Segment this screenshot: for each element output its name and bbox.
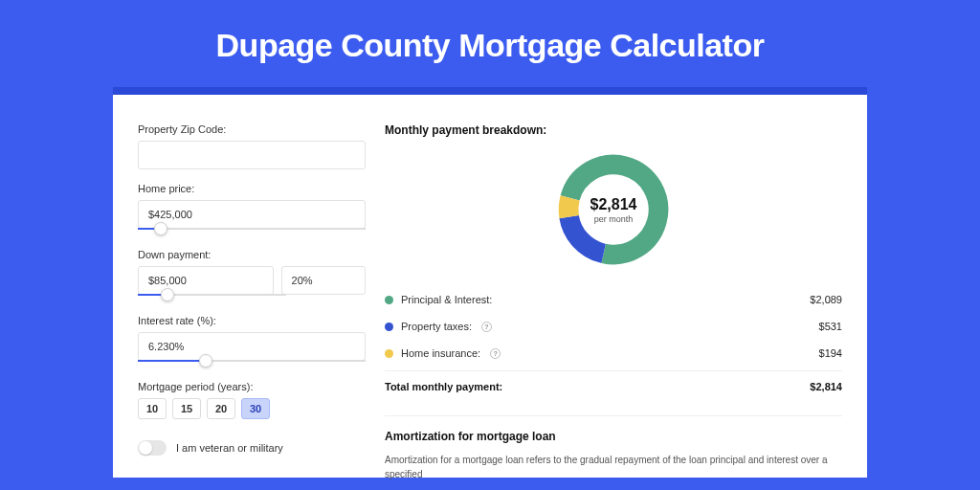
toggle-knob xyxy=(139,441,152,455)
breakdown-title: Monthly payment breakdown: xyxy=(385,123,842,137)
amortization-text: Amortization for a mortgage loan refers … xyxy=(385,453,842,481)
rate-label: Interest rate (%): xyxy=(138,315,366,326)
donut-chart: $2,814 per month xyxy=(554,150,673,269)
price-field-group: Home price: xyxy=(138,183,366,230)
down-slider[interactable] xyxy=(138,294,286,296)
calculator-frame: Property Zip Code: Home price: Down paym… xyxy=(113,87,867,478)
amortization-section: Amortization for mortgage loan Amortizat… xyxy=(385,415,842,481)
zip-label: Property Zip Code: xyxy=(138,123,366,135)
veteran-row: I am veteran or military xyxy=(138,440,366,456)
down-slider-thumb[interactable] xyxy=(161,288,174,301)
legend-dot xyxy=(385,323,393,331)
down-label: Down payment: xyxy=(138,249,366,260)
legend-value: $2,089 xyxy=(810,294,842,305)
legend-label: Home insurance: xyxy=(401,347,480,359)
legend-left: Principal & Interest: xyxy=(385,294,492,305)
rate-slider-fill xyxy=(138,360,206,362)
legend-left: Property taxes:? xyxy=(385,321,492,332)
donut-chart-wrap: $2,814 per month xyxy=(385,150,842,269)
breakdown-legend: Principal & Interest:$2,089Property taxe… xyxy=(385,286,842,400)
info-icon[interactable]: ? xyxy=(481,322,492,332)
rate-field-group: Interest rate (%): xyxy=(138,315,366,362)
legend-value: $531 xyxy=(819,321,842,332)
zip-field-group: Property Zip Code: xyxy=(138,123,366,169)
legend-row-1: Property taxes:?$531 xyxy=(385,313,842,340)
period-field-group: Mortgage period (years): 10152030 xyxy=(138,381,366,419)
amortization-title: Amortization for mortgage loan xyxy=(385,430,842,443)
donut-amount: $2,814 xyxy=(590,196,637,213)
price-label: Home price: xyxy=(138,183,366,194)
breakdown-column: Monthly payment breakdown: $2,814 per mo… xyxy=(385,123,842,478)
legend-left: Home insurance:? xyxy=(385,347,501,359)
calculator-panel: Property Zip Code: Home price: Down paym… xyxy=(113,95,867,478)
down-pct-input[interactable] xyxy=(281,266,366,295)
price-slider-thumb[interactable] xyxy=(154,222,167,235)
period-option-20[interactable]: 20 xyxy=(207,398,235,419)
legend-label: Property taxes: xyxy=(401,321,472,332)
down-amount-input[interactable] xyxy=(138,266,274,295)
legend-row-0: Principal & Interest:$2,089 xyxy=(385,286,842,313)
legend-total-row: Total monthly payment:$2,814 xyxy=(385,370,842,400)
legend-row-2: Home insurance:?$194 xyxy=(385,340,842,367)
inputs-column: Property Zip Code: Home price: Down paym… xyxy=(138,123,366,478)
period-label: Mortgage period (years): xyxy=(138,381,366,392)
donut-center: $2,814 per month xyxy=(590,196,637,224)
period-option-10[interactable]: 10 xyxy=(138,398,167,419)
legend-dot xyxy=(385,296,393,304)
page-title: Dupage County Mortgage Calculator xyxy=(0,0,980,87)
veteran-toggle[interactable] xyxy=(138,440,167,456)
panel-top-bar xyxy=(113,87,867,95)
donut-label: per month xyxy=(590,214,637,224)
legend-value: $194 xyxy=(819,347,842,359)
price-input[interactable] xyxy=(138,200,366,229)
rate-input[interactable] xyxy=(138,332,366,361)
zip-input[interactable] xyxy=(138,141,366,169)
veteran-label: I am veteran or military xyxy=(176,442,283,454)
legend-label: Principal & Interest: xyxy=(401,294,492,305)
period-option-30[interactable]: 30 xyxy=(241,398,270,419)
down-field-group: Down payment: xyxy=(138,249,366,296)
legend-dot xyxy=(385,349,393,358)
period-options: 10152030 xyxy=(138,398,366,419)
price-slider[interactable] xyxy=(138,228,366,230)
period-option-15[interactable]: 15 xyxy=(172,398,201,419)
rate-slider[interactable] xyxy=(138,360,366,362)
info-icon[interactable]: ? xyxy=(490,348,501,359)
legend-total-label: Total monthly payment: xyxy=(385,381,502,392)
legend-total-value: $2,814 xyxy=(810,381,842,392)
rate-slider-thumb[interactable] xyxy=(199,354,212,368)
